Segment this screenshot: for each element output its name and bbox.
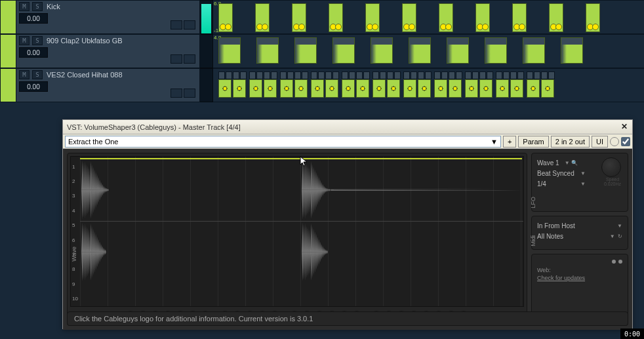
track-insert-button[interactable] [171, 89, 182, 98]
track-row: M S Kick 0.00 6.0 -1.9 [0, 0, 644, 34]
audio-clip[interactable] [439, 3, 453, 32]
volume-readout[interactable]: 0.00 [19, 13, 48, 24]
audio-clip-group[interactable] [218, 71, 247, 98]
wave-select-dropdown[interactable]: Wave 1▼ 🔍 [537, 159, 578, 167]
audio-clip[interactable] [512, 3, 527, 32]
info-text: Click the Cableguys logo for additional … [74, 315, 313, 323]
solo-button[interactable]: S [32, 36, 43, 45]
sync-mode-dropdown[interactable]: Beat Synced▼ [537, 170, 586, 177]
level-meter: 6.0 -1.9 [200, 0, 213, 34]
transport-time: 0:00 [620, 329, 644, 339]
audio-clip-group[interactable] [372, 71, 401, 98]
check-updates-link[interactable]: Check for updates [537, 275, 622, 281]
lfo-section: LFO Wave 1▼ 🔍 Beat Synced▼ 1/4▼ Speed 0.… [531, 153, 628, 212]
level-meter: 4.0 [200, 34, 213, 68]
track-pan-button[interactable] [184, 20, 195, 30]
track-list: M S Kick 0.00 6.0 -1.9 [0, 0, 644, 105]
audio-clip[interactable] [586, 3, 600, 32]
vst-title-text: VST: VolumeShaper3 (Cableguys) - Master … [67, 123, 241, 131]
audio-clip[interactable] [218, 37, 241, 64]
volume-readout[interactable]: 0.00 [19, 47, 48, 58]
audio-clip[interactable] [218, 3, 233, 32]
track-insert-button[interactable] [171, 20, 182, 30]
audio-clip-group[interactable] [403, 71, 432, 98]
solo-button[interactable]: S [32, 2, 43, 11]
track-header[interactable]: M S VES2 Closed Hihat 088 0.00 [16, 68, 200, 102]
audio-clip-group[interactable] [311, 71, 340, 98]
track-color-strip[interactable] [0, 34, 16, 68]
midi-section: Midi In From Host▼ All Notes▼ ↻ [531, 216, 628, 250]
audio-clip[interactable] [371, 37, 393, 64]
status-info-bar: Click the Cableguys logo for additional … [67, 311, 628, 326]
mute-button[interactable]: M [19, 2, 30, 11]
mute-button[interactable]: M [19, 70, 30, 79]
preset-dropdown[interactable]: Extract the One ▼ [65, 136, 501, 148]
audio-clip[interactable] [523, 37, 545, 64]
audio-clip-group[interactable] [249, 71, 278, 98]
track-row: M S VES2 Closed Hihat 088 0.00 [0, 68, 644, 102]
midi-in-dropdown[interactable]: In From Host▼ [537, 222, 622, 229]
param-button[interactable]: Param [518, 136, 548, 148]
audio-clip[interactable] [561, 37, 583, 64]
audio-clip[interactable] [256, 37, 279, 64]
io-config-button[interactable]: 2 in 2 out [551, 136, 590, 148]
level-meter [200, 68, 213, 102]
speed-knob[interactable]: Speed 0.020Hz [601, 157, 624, 180]
wave-editor-panel: 12 34 56 78 910 [67, 153, 527, 326]
vst-toolbar: Extract the One ▼ + Param 2 in 2 out UI [63, 134, 632, 149]
midi-notes-dropdown[interactable]: All Notes▼ ↻ [537, 233, 622, 240]
audio-clip[interactable] [447, 37, 469, 64]
waveform-svg [80, 159, 523, 283]
audio-clip[interactable] [485, 37, 507, 64]
audio-clip[interactable] [409, 37, 431, 64]
bypass-button[interactable] [610, 137, 619, 146]
audio-clip-group[interactable] [527, 71, 555, 98]
waveform-display[interactable]: 12 34 56 78 910 [70, 156, 524, 307]
clip-lane[interactable] [213, 68, 644, 102]
audio-clip[interactable] [475, 3, 490, 32]
audio-clip[interactable] [294, 37, 317, 64]
vst-titlebar[interactable]: VST: VolumeShaper3 (Cableguys) - Master … [63, 120, 632, 134]
lfo-rate-dropdown[interactable]: 1/4▼ [537, 180, 586, 188]
mute-button[interactable]: M [19, 36, 30, 45]
audio-clip[interactable] [549, 3, 563, 32]
audio-clip-group[interactable] [280, 71, 309, 98]
audio-clip-group[interactable] [434, 71, 463, 98]
wave-ruler: 12 34 56 78 910 [72, 159, 78, 306]
audio-clip[interactable] [332, 37, 355, 64]
add-preset-button[interactable]: + [503, 136, 516, 148]
track-color-strip[interactable] [0, 0, 16, 34]
track-name-label: Kick [47, 3, 60, 10]
track-name-label: 909 Clap2 Ubkfatso GB [47, 37, 123, 45]
track-name-label: VES2 Closed Hihat 088 [47, 71, 123, 79]
solo-button[interactable]: S [32, 70, 43, 79]
track-color-strip[interactable] [0, 68, 16, 102]
midi-section-label: Midi [530, 235, 536, 247]
preset-name: Extract the One [68, 138, 118, 146]
close-icon[interactable]: ✕ [619, 122, 630, 131]
enable-checkbox[interactable] [621, 137, 630, 146]
audio-clip-group[interactable] [342, 71, 371, 98]
track-header[interactable]: M S 909 Clap2 Ubkfatso GB 0.00 [16, 34, 200, 68]
cableguys-logo-icon[interactable] [612, 259, 622, 268]
audio-clip[interactable] [402, 3, 416, 32]
audio-clip[interactable] [329, 3, 343, 32]
vst-window: VST: VolumeShaper3 (Cableguys) - Master … [62, 119, 633, 329]
side-panel: LFO Wave 1▼ 🔍 Beat Synced▼ 1/4▼ Speed 0.… [531, 153, 628, 326]
track-pan-button[interactable] [184, 54, 195, 64]
track-header[interactable]: M S Kick 0.00 [16, 0, 200, 34]
audio-clip-group[interactable] [465, 71, 494, 98]
chevron-down-icon: ▼ [491, 138, 498, 146]
audio-clip[interactable] [365, 3, 380, 32]
volume-readout[interactable]: 0.00 [19, 81, 48, 92]
audio-clip[interactable] [255, 3, 270, 32]
ui-toggle-button[interactable]: UI [592, 136, 608, 148]
plugin-ui: 12 34 56 78 910 [63, 149, 632, 330]
audio-clip-group[interactable] [496, 71, 525, 98]
lfo-section-label: LFO [530, 197, 536, 209]
track-insert-button[interactable] [171, 54, 182, 64]
audio-clip[interactable] [292, 3, 306, 32]
clip-lane[interactable] [213, 0, 644, 34]
clip-lane[interactable] [213, 34, 644, 68]
track-pan-button[interactable] [184, 89, 195, 98]
